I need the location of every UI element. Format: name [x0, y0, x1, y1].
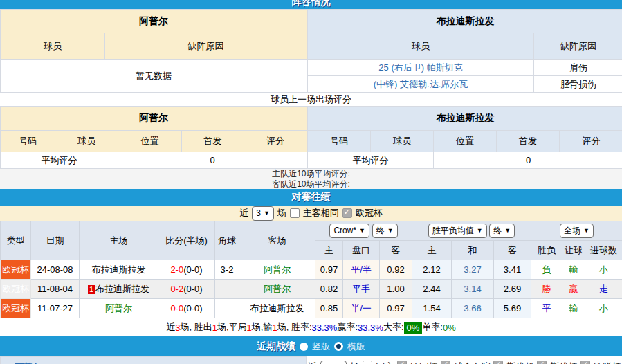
score-cell: 0-2(0-0) — [158, 280, 215, 299]
odds-home: 0.97 — [315, 260, 343, 280]
same-venue-checkbox[interactable] — [290, 208, 300, 218]
chevron-down-icon: ▼ — [387, 224, 394, 237]
odds-final-select-2[interactable]: 终▼ — [489, 224, 515, 238]
recent-section-header: 近期战绩 竖版 横版 — [0, 336, 622, 356]
ratings-col-position: 位置 — [118, 131, 182, 152]
sp-away: 5.69 — [494, 299, 531, 318]
h2h-row: 欧冠杯 24-08-08 布拉迪斯拉发 2-0(0-0) 3-2 阿普尔 0.9… — [1, 260, 622, 280]
ratings-home-avg-label: 平均评分 — [1, 152, 118, 169]
recent-section-clipped: 阿普尔 近 10▼ 场 同主 欧冠杯 球会友谊 斯伐超 斯伐杯 欧联杯 — [0, 356, 622, 364]
h2h-subcol-goals: 进球数 — [585, 241, 622, 260]
h2h-filter-games-unit: 场 — [277, 207, 286, 219]
lineup-home-table: 阿普尔 球员 缺阵原因 暂无数据 — [0, 9, 307, 93]
recent-same-checkbox[interactable] — [363, 361, 372, 364]
recent-league-checkbox[interactable] — [441, 361, 450, 364]
lineup-away-team: 布拉迪斯拉发 — [308, 10, 622, 33]
sp-home: 2.12 — [412, 260, 452, 280]
h2h-scope-group: 全场▼ — [531, 221, 622, 241]
away-team: 阿普尔 — [239, 260, 315, 280]
chevron-down-icon: ▼ — [477, 224, 483, 237]
absent-player-row: 25 (右后卫) 帕斯切克 肩伤 — [308, 60, 622, 76]
chevron-down-icon: ▼ — [504, 224, 511, 237]
match-type: 欧冠杯 — [1, 280, 31, 299]
recent-games-select[interactable]: 10▼ — [320, 361, 347, 364]
h2h-games-select[interactable]: 3▼ — [252, 206, 274, 221]
lineup-tables: 阿普尔 球员 缺阵原因 暂无数据 布拉迪斯拉发 球员 缺阵原因 25 (右后卫)… — [0, 9, 622, 93]
absent-player-link[interactable]: 25 (右后卫) 帕斯切克 — [378, 62, 462, 73]
summary-value: 1 — [247, 322, 252, 333]
h2h-subcol-sp-home: 主 — [412, 241, 452, 260]
absent-reason: 胫骨损伤 — [534, 76, 622, 93]
h2h-subcol-sp-away: 客 — [494, 241, 531, 260]
absent-player-link[interactable]: (中锋) 艾德勒.达.席尔瓦 — [374, 79, 468, 89]
goals-cell: 小 — [585, 260, 622, 280]
score-cell: 2-0(0-0) — [158, 260, 215, 280]
recent-league-checkbox[interactable] — [397, 361, 407, 364]
match-type: 欧冠杯 — [1, 299, 31, 318]
recent-filter-near-label: 近 — [308, 361, 317, 364]
lineup-col-reason: 缺阵原因 — [534, 33, 622, 60]
h2h-subcol-result: 胜负 — [531, 241, 562, 260]
lineup-home-team: 阿普尔 — [1, 10, 307, 33]
h2h-subcol-line: 盘口 — [343, 241, 380, 260]
h2h-subcol-sp-draw: 和 — [452, 241, 494, 260]
h2h-row: 欧冠杯 11-08-04 1布拉迪斯拉发 0-2(0-0) 阿普尔 0.82 平… — [1, 280, 622, 299]
odds-final-select-1[interactable]: 终▼ — [372, 224, 398, 238]
lineup-section-title: 阵容情况 — [292, 0, 331, 8]
recent-league-checkbox[interactable] — [580, 361, 590, 364]
home-team: 布拉迪斯拉发 — [80, 260, 158, 280]
h2h-subcol-crow-away: 客 — [380, 241, 412, 260]
ratings-col-rating: 评分 — [244, 131, 307, 152]
corner-score — [215, 280, 239, 299]
summary-text: 场, 胜率: — [277, 321, 312, 334]
league-filter-label: 欧冠杯 — [356, 207, 383, 219]
summary-value: 0% — [443, 322, 456, 333]
h2h-filter-bar: 近 3▼ 场 主客相同 欧冠杯 — [0, 206, 622, 221]
horizontal-layout-label: 横版 — [347, 340, 365, 353]
avg-odds-select[interactable]: 胜平负均值▼ — [428, 224, 487, 238]
sp-draw: 3.66 — [452, 299, 494, 318]
corner-score: 3-2 — [215, 260, 239, 280]
recent-league-label: 欧冠杯 — [410, 361, 437, 364]
recent-league-checkbox[interactable] — [493, 361, 503, 364]
odds-away: 1.00 — [380, 280, 412, 299]
recent-league-label: 球会友谊 — [454, 361, 490, 364]
match-date: 11-07-27 — [31, 299, 80, 318]
h2h-col-date: 日期 — [31, 221, 80, 260]
ratings-col-player: 球员 — [55, 131, 118, 152]
same-venue-label: 主客相同 — [303, 207, 339, 219]
odds-company-select[interactable]: Crow*▼ — [329, 224, 369, 238]
h2h-section-header: 对赛往绩 — [0, 189, 622, 206]
lineup-away-table: 布拉迪斯拉发 球员 缺阵原因 25 (右后卫) 帕斯切克 肩伤 (中锋) 艾德勒… — [307, 9, 622, 93]
h2h-header-row-1: 类型 日期 主场 比分(半场) 角球 客场 Crow*▼ 终▼ 胜平负均值▼ 终… — [1, 221, 622, 241]
recent-league-label: 斯伐杯 — [550, 361, 577, 364]
horizontal-layout-radio[interactable] — [334, 342, 343, 351]
chevron-down-icon: ▼ — [359, 224, 365, 237]
h2h-section-title: 对赛往绩 — [292, 191, 331, 203]
summary-text: 场,平局 — [217, 321, 247, 334]
vertical-layout-radio[interactable] — [300, 343, 308, 351]
ratings-col-position: 位置 — [434, 131, 497, 152]
league-filter-checkbox[interactable] — [342, 208, 352, 218]
summary-text: 单率: — [422, 321, 443, 334]
goals-cell: 走 — [585, 280, 622, 299]
summary-value: 0% — [404, 322, 423, 334]
ratings-away-team: 布拉迪斯拉发 — [308, 107, 622, 131]
ratings-tables: 阿普尔 号码 球员 位置 首发 评分 平均评分 0 布拉迪斯拉发 号码 球员 位… — [0, 106, 622, 169]
ratings-away-avg-value: 0 — [434, 152, 622, 169]
handicap-cell: 輸 — [562, 260, 585, 280]
ratings-col-starter: 首发 — [497, 131, 560, 152]
sp-away: 3.41 — [494, 260, 531, 280]
odds-away: 0.97 — [380, 299, 412, 318]
recent-league-label: 欧联杯 — [594, 361, 621, 364]
recent-league-checkbox[interactable] — [537, 361, 547, 364]
summary-value: 1 — [212, 322, 217, 333]
odds-away: 0.92 — [380, 260, 412, 280]
sp-draw: 3.27 — [452, 260, 494, 280]
h2h-summary: 近 3 场, 胜出 1 场,平局 1 场,输 1 场, 胜率: 33.3% 赢率… — [0, 318, 622, 336]
sp-away: 2.69 — [494, 280, 531, 299]
ratings-home-table: 阿普尔 号码 球员 位置 首发 评分 平均评分 0 — [0, 106, 307, 169]
scope-select[interactable]: 全场▼ — [560, 224, 594, 238]
chevron-down-icon: ▼ — [583, 224, 589, 237]
summary-text: 近 — [166, 321, 175, 334]
